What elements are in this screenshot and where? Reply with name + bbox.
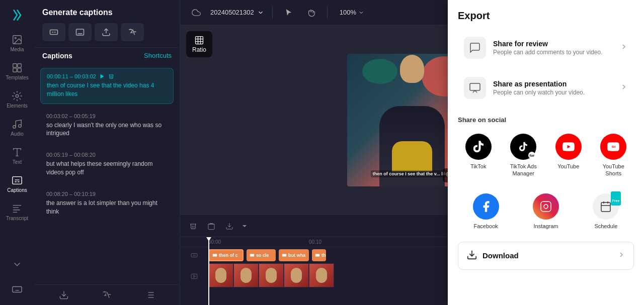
translate-tool-btn[interactable] <box>121 23 144 41</box>
caption-item-3[interactable]: 00:05:19 – 00:08:20 but what helps these… <box>40 147 174 182</box>
hand-tool-btn[interactable] <box>303 5 319 21</box>
captions-panel: Generate captions Captions Shortcuts 00:… <box>34 0 180 305</box>
cc-tool-btn[interactable] <box>42 23 65 41</box>
ratio-button[interactable]: Ratio <box>186 31 212 57</box>
video-subtitle-text: then of course I see that the v... likes <box>371 171 453 176</box>
tiktok-label: TikTok <box>470 163 486 170</box>
caption-clip-3[interactable]: but wha <box>279 249 309 261</box>
svg-rect-19 <box>196 37 203 44</box>
svg-point-1 <box>15 37 16 39</box>
sidebar-item-elements[interactable]: Elements <box>3 86 31 113</box>
sidebar-item-captions[interactable]: Captions <box>3 171 31 197</box>
youtube-shorts-icon: SH <box>600 134 626 160</box>
pointer-tool-btn[interactable] <box>281 5 297 21</box>
tiktok-icon <box>465 134 492 160</box>
tiktok-ads-label: TikTok Ads Manager <box>505 163 542 177</box>
svg-rect-38 <box>601 202 610 212</box>
youtube-shorts-social-item[interactable]: SH YouTube Shorts <box>593 130 634 181</box>
svg-marker-13 <box>100 74 104 79</box>
sidebar-item-templates[interactable]: Templates <box>3 58 31 84</box>
tiktok-social-item[interactable]: TikTok <box>458 130 499 181</box>
timeline-trash-btn[interactable] <box>204 219 218 233</box>
svg-rect-5 <box>18 68 21 72</box>
share-as-presentation-info: Share as presentation People can only wa… <box>493 80 613 96</box>
download-button[interactable]: Download <box>458 242 634 270</box>
svg-rect-30 <box>315 254 319 257</box>
translate-captions-btn[interactable] <box>102 290 112 300</box>
caption-clip-4[interactable]: th <box>312 249 326 261</box>
list-captions-btn[interactable] <box>145 290 155 300</box>
play-icon[interactable] <box>99 73 105 79</box>
svg-rect-31 <box>191 274 197 278</box>
svg-rect-4 <box>13 68 17 72</box>
panel-tools <box>34 23 180 47</box>
share-for-review-title: Share for review <box>493 40 613 48</box>
schedule-label: Schedule <box>594 223 617 230</box>
svg-marker-32 <box>194 275 196 278</box>
share-as-presentation-icon <box>464 77 486 99</box>
share-as-presentation-option[interactable]: Share as presentation People can only wa… <box>458 70 634 106</box>
cloud-btn[interactable] <box>188 5 204 21</box>
svg-rect-28 <box>250 254 254 257</box>
svg-point-6 <box>16 94 19 97</box>
project-name-dropdown[interactable]: 202405021302 <box>210 9 264 16</box>
caption-list: 00:00:11 – 00:03:02 then of course I see… <box>34 64 180 284</box>
svg-rect-12 <box>76 29 84 35</box>
timeline-delete-btn[interactable] <box>186 219 200 233</box>
topbar-divider-1 <box>272 7 273 19</box>
download-captions-btn[interactable] <box>59 290 69 300</box>
tiktok-ads-social-item[interactable]: for TikTok Ads Manager <box>503 130 544 181</box>
schedule-social-item[interactable]: Free Schedule <box>578 189 634 234</box>
share-for-review-icon <box>464 37 486 59</box>
share-for-review-chevron <box>620 43 628 53</box>
sidebar-item-text[interactable]: Text <box>3 143 31 169</box>
caption-text-1: then of course I see that the video has … <box>47 81 167 98</box>
caption-time-2: 00:03:02 – 00:05:19 <box>46 113 168 119</box>
svg-rect-36 <box>541 201 551 212</box>
sidebar-item-audio[interactable]: Audio <box>3 115 31 141</box>
download-chevron <box>617 251 625 261</box>
caption-clip-2[interactable]: so cle <box>247 249 276 261</box>
caption-clip-1[interactable]: then of c <box>208 249 244 261</box>
svg-text:SH: SH <box>612 145 616 148</box>
svg-rect-33 <box>470 83 480 90</box>
delete-icon[interactable] <box>108 73 114 79</box>
caption-item-4[interactable]: 00:08:20 – 00:10:19 the answer is a lot … <box>40 186 174 221</box>
facebook-social-item[interactable]: Facebook <box>458 189 514 234</box>
schedule-icon: Free <box>593 193 619 220</box>
download-icon <box>466 249 477 262</box>
share-for-review-desc: People can add comments to your video. <box>493 49 613 56</box>
caption-text-2: so clearly I wasn't the only one who was… <box>46 121 168 138</box>
share-as-presentation-desc: People can only watch your video. <box>493 89 613 96</box>
caption-item-2[interactable]: 00:03:02 – 00:05:19 so clearly I wasn't … <box>40 108 174 143</box>
youtube-label: YouTube <box>557 163 579 170</box>
sidebar-expand[interactable] <box>3 255 31 278</box>
svg-rect-3 <box>18 64 21 67</box>
sidebar-item-keyboard[interactable] <box>3 280 31 299</box>
sidebar: Media Templates Elements Audio Text Capt… <box>0 0 34 305</box>
instagram-label: Instagram <box>534 223 558 230</box>
svg-rect-9 <box>13 177 22 184</box>
youtube-social-item[interactable]: YouTube <box>548 130 589 181</box>
share-for-review-option[interactable]: Share for review People can add comments… <box>458 30 634 66</box>
zoom-control[interactable]: 100% <box>336 7 368 18</box>
sidebar-item-transcript[interactable]: Transcript <box>3 199 31 225</box>
captions-section-header: Captions Shortcuts <box>34 47 180 64</box>
instagram-social-item[interactable]: Instagram <box>518 189 574 234</box>
ratio-label: Ratio <box>192 46 206 53</box>
caption-track-label <box>180 252 208 259</box>
topbar-divider-2 <box>327 7 328 19</box>
upload-tool-btn[interactable] <box>95 23 118 41</box>
timeline-download-more-btn[interactable] <box>237 219 252 233</box>
dropdown-chevron <box>257 9 264 16</box>
sidebar-item-media[interactable]: Media <box>3 30 31 56</box>
social-grid-row1: TikTok for TikTok Ads Manager YouTube <box>458 130 634 181</box>
panel-footer <box>34 284 180 305</box>
shortcuts-label[interactable]: Shortcuts <box>144 52 172 60</box>
caption-time-1: 00:00:11 – 00:03:02 <box>47 73 167 79</box>
subtitles-tool-btn[interactable] <box>68 23 92 41</box>
caption-item-1[interactable]: 00:00:11 – 00:03:02 then of course I see… <box>40 68 174 104</box>
app-logo <box>8 6 26 24</box>
timeline-download-btn[interactable] <box>222 219 236 233</box>
svg-point-8 <box>19 125 22 128</box>
